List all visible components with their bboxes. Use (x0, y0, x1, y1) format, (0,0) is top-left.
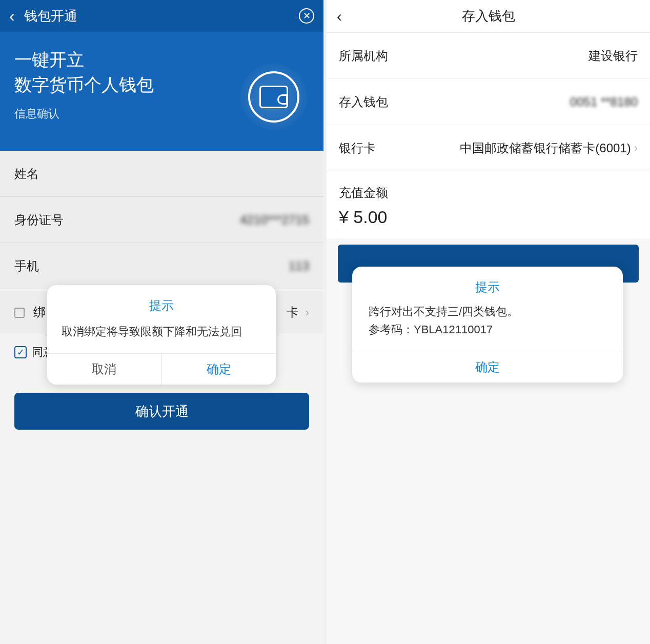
dialog-title: 提示 (352, 267, 623, 300)
amount-label: 充值金额 (327, 171, 650, 207)
hero-line1: 一键开立 (14, 50, 84, 69)
wallet-glow (240, 64, 307, 130)
header: ‹ 存入钱包 (327, 0, 650, 33)
org-value: 建设银行 (588, 48, 638, 64)
row-org[interactable]: 所属机构 建设银行 (327, 33, 650, 79)
header-title: 钱包开通 (24, 7, 299, 25)
id-value: 4210***2715 (240, 213, 309, 227)
row-deposit-wallet[interactable]: 存入钱包 0051 **8180 (327, 79, 650, 125)
dialog-ok-button[interactable]: 确定 (352, 351, 623, 383)
header: ‹ 钱包开通 ✕ (0, 0, 323, 32)
chevron-right-icon: › (306, 306, 309, 319)
dialog-body: 取消绑定将导致限额下降和无法兑回 (47, 319, 276, 353)
dialog-body: 跨行对出不支持三/四类钱包。 参考码：YBLA12110017 (352, 300, 623, 351)
card-label: 银行卡 (339, 140, 376, 156)
row-bank-card[interactable]: 银行卡 中国邮政储蓄银行储蓄卡(6001) › (327, 125, 650, 171)
phone-value: 113 (289, 259, 309, 273)
header-title: 存入钱包 (337, 7, 640, 25)
close-icon[interactable]: ✕ (299, 8, 314, 24)
phone-label: 手机 (14, 258, 39, 274)
id-label: 身份证号 (14, 212, 64, 228)
hero-line2: 数字货币个人钱包 (14, 75, 154, 94)
dialog-cancel-button[interactable]: 取消 (47, 354, 162, 385)
screen-wallet-open: ‹ 钱包开通 ✕ 一键开立 数字货币个人钱包 信息确认 姓名 身份证号 4210… (0, 0, 323, 644)
wallet-label: 存入钱包 (339, 94, 388, 110)
hero-banner: 一键开立 数字货币个人钱包 信息确认 (0, 32, 323, 151)
bind-checkbox-icon[interactable] (14, 308, 25, 318)
alert-dialog: 提示 跨行对出不支持三/四类钱包。 参考码：YBLA12110017 确定 (352, 267, 623, 383)
chevron-right-icon: › (634, 142, 638, 155)
wallet-icon (259, 86, 288, 108)
checkbox-checked-icon[interactable]: ✓ (14, 346, 27, 358)
row-name[interactable]: 姓名 (0, 151, 323, 197)
wallet-value: 0051 **8180 (570, 95, 638, 109)
org-label: 所属机构 (339, 48, 388, 64)
dialog-title: 提示 (47, 285, 276, 319)
bind-label: 绑 (14, 304, 46, 320)
screen-deposit: ‹ 存入钱包 所属机构 建设银行 存入钱包 0051 **8180 银行卡 中国… (327, 0, 650, 644)
card-value: 中国邮政储蓄银行储蓄卡(6001) (460, 140, 631, 156)
confirm-open-button[interactable]: 确认开通 (14, 393, 309, 430)
alert-dialog: 提示 取消绑定将导致限额下降和无法兑回 取消 确定 (47, 285, 276, 385)
amount-value: ¥ 5.00 (327, 207, 650, 238)
name-label: 姓名 (14, 166, 39, 182)
back-icon[interactable]: ‹ (9, 7, 15, 26)
dialog-line1: 跨行对出不支持三/四类钱包。 (369, 303, 606, 320)
row-id[interactable]: 身份证号 4210***2715 (0, 197, 323, 243)
row-phone[interactable]: 手机 113 (0, 243, 323, 289)
dialog-ok-button[interactable]: 确定 (162, 354, 276, 385)
form: 所属机构 建设银行 存入钱包 0051 **8180 银行卡 中国邮政储蓄银行储… (327, 33, 650, 238)
dialog-line2: 参考码：YBLA12110017 (369, 320, 606, 338)
bind-value: 卡 › (287, 304, 309, 320)
